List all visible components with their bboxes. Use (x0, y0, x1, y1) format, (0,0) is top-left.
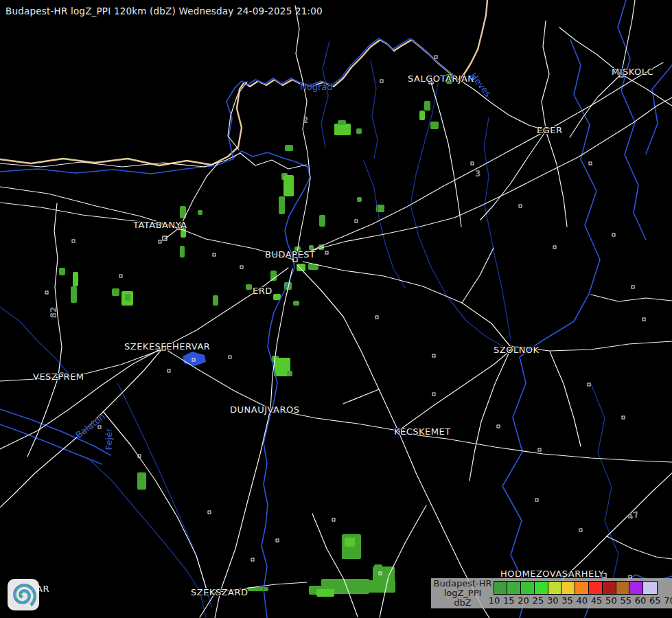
legend-station-name: Budapest-HR (431, 579, 494, 588)
county-water-label: Balaton (73, 411, 106, 440)
road-number-label: 47 (626, 510, 640, 522)
city-label: SZEKSZARD (191, 587, 248, 597)
legend-unit-label: dbZ (431, 598, 494, 608)
legend-cell (507, 581, 521, 595)
legend-tick: 15 (503, 595, 515, 606)
legend-cell (575, 581, 589, 595)
city-label: KECSKEMET (394, 426, 451, 437)
county-water-label: Nógrád (300, 82, 333, 92)
radar-map-screen: SALGOTARJANMISKOLCEGERTATABANYABUDAPESTE… (0, 0, 672, 618)
city-label: VESZPREM (33, 371, 84, 382)
legend-tick: 45 (591, 595, 603, 606)
city-label: MISKOLC (612, 67, 653, 77)
legend-cell (494, 581, 508, 595)
county-water-label: Fejér (104, 428, 114, 450)
met-logo (8, 579, 39, 610)
legend-cell (588, 581, 603, 595)
legend-tick: 10 (489, 595, 500, 606)
legend-cell (548, 581, 562, 595)
map-label-layer: SALGOTARJANMISKOLCEGERTATABANYABUDAPESTE… (0, 0, 672, 618)
legend-cell (629, 581, 643, 595)
city-label: HODMEZOVASARHELY (500, 569, 604, 579)
legend-tick: 55 (620, 595, 632, 606)
spiral-logo-icon (8, 579, 39, 610)
legend-tick: 60 (635, 595, 647, 606)
legend-cell (642, 581, 657, 595)
legend-tick: 40 (577, 595, 588, 606)
city-label: EGER (537, 125, 563, 135)
road-number-label: 2 (303, 115, 308, 125)
legend-cell (602, 581, 616, 595)
legend-tick: 25 (533, 595, 544, 606)
legend-tick: 65 (649, 595, 661, 606)
map-title: Budapest-HR logZ_PPI 120km (dbZ) Wednesd… (5, 5, 323, 16)
road-number-label: 3 (475, 169, 480, 179)
legend-cell (561, 581, 575, 595)
legend-cell (520, 581, 535, 595)
legend-color-scale (494, 581, 658, 595)
legend-product-name: logZ_PPI (431, 588, 494, 598)
legend-cell (534, 581, 548, 595)
legend-tick: 35 (561, 595, 573, 606)
county-water-label: Heves (468, 71, 494, 99)
city-label: ERD (253, 286, 273, 296)
legend-tick: 70 (664, 595, 672, 606)
city-label: SALGOTARJAN (408, 73, 475, 84)
city-label: SZOLNOK (494, 345, 540, 355)
city-label: BUDAPEST (265, 249, 315, 260)
legend-tick: 30 (547, 595, 559, 606)
legend-panel: Budapest-HR logZ_PPI dbZ 101520253035404… (431, 578, 672, 608)
legend-tick: 50 (605, 595, 617, 606)
legend-station-block: Budapest-HR logZ_PPI dbZ (431, 579, 494, 607)
city-label: DUNAUJVAROS (230, 404, 299, 415)
legend-cell (616, 581, 630, 595)
city-label: SZEKESFEHERVAR (124, 341, 210, 352)
city-label: TATABANYA (133, 220, 187, 230)
road-number-label: 82 (49, 307, 58, 319)
legend-tick: 20 (518, 595, 529, 606)
